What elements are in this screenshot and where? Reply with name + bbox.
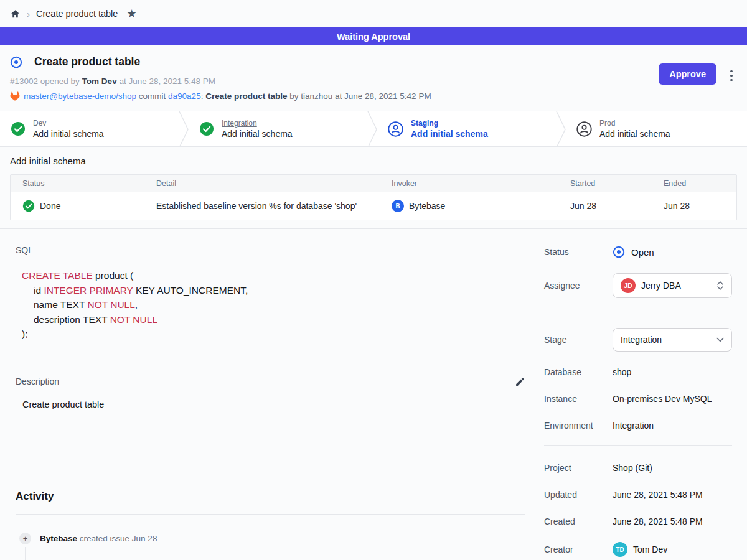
instance-value[interactable]: On-premises Dev MySQL	[613, 394, 712, 404]
bytebase-avatar: B	[392, 200, 404, 212]
person-circle-icon	[388, 121, 403, 137]
activity-timeline	[25, 547, 26, 560]
breadcrumb-separator: ›	[27, 9, 30, 19]
status-banner: Waiting Approval	[0, 27, 747, 45]
stage-env-label: Prod	[599, 119, 670, 128]
sql-code: CREATE TABLE product ( id INTEGER PRIMAR…	[16, 268, 525, 342]
environment-value: Integration	[613, 421, 654, 431]
status-value: Open	[613, 246, 654, 258]
issue-header: Create product table #13002 opened by To…	[0, 45, 747, 111]
task-table-header: Status Detail Invoker Started Ended	[11, 175, 736, 192]
stage-separator	[556, 111, 566, 147]
creator-label: Creator	[544, 544, 613, 554]
issue-sidebar: Status Open Assignee JD Jerry DBA Stage …	[533, 229, 747, 560]
assignee-avatar: JD	[621, 278, 636, 293]
task-table-row[interactable]: Done Established baseline version %s for…	[11, 192, 736, 220]
issue-meta: #13002 opened by Tom Dev at June 28, 202…	[10, 77, 737, 86]
issue-title: Create product table	[34, 55, 140, 68]
sql-label: SQL	[16, 245, 525, 255]
main-panel: SQL CREATE TABLE product ( id INTEGER PR…	[0, 229, 533, 560]
issue-author: Tom Dev	[82, 77, 117, 86]
task-heading: Add initial schema	[10, 156, 737, 166]
stage-task-label: Add initial schema	[33, 129, 104, 139]
database-value[interactable]: shop	[613, 367, 631, 377]
project-label: Project	[544, 463, 613, 473]
check-circle-icon	[11, 121, 26, 136]
assignee-label: Assignee	[544, 281, 613, 291]
database-label: Database	[544, 367, 613, 377]
plus-icon: +	[19, 533, 31, 544]
description-label: Description	[16, 376, 59, 386]
stage-task-label: Add initial schema	[411, 129, 488, 139]
activity-item: + Bytebase created issue Jun 28	[16, 533, 525, 544]
stage-separator	[179, 111, 189, 147]
stage-staging[interactable]: StagingAdd initial schema	[377, 111, 556, 146]
stage-env-label: Integration	[222, 119, 293, 128]
breadcrumb: › Create product table ★	[0, 0, 747, 27]
check-circle-icon	[22, 200, 35, 212]
activity-actor: Bytebase	[40, 534, 77, 543]
creator-value: TD Tom Dev	[613, 542, 667, 557]
stage-integration[interactable]: IntegrationAdd initial schema	[189, 111, 367, 146]
commit-hash-link[interactable]: da90a25	[168, 91, 201, 101]
stage-separator	[367, 111, 377, 147]
stage-select[interactable]: Integration	[613, 328, 732, 352]
task-status: Done	[40, 201, 60, 211]
description-text[interactable]: Create product table	[16, 399, 525, 409]
approve-button[interactable]: Approve	[659, 63, 716, 85]
stage-env-label: Dev	[33, 119, 104, 128]
created-value: June 28, 2021 5:48 PM	[613, 516, 703, 526]
instance-label: Instance	[544, 394, 613, 404]
check-circle-icon	[199, 121, 214, 136]
updown-chevron-icon	[716, 281, 724, 291]
task-invoker: Bytebase	[409, 201, 445, 211]
stage-env-label: Staging	[411, 119, 488, 128]
task-table: Status Detail Invoker Started Ended Done…	[10, 174, 737, 220]
activity-heading: Activity	[16, 490, 525, 503]
activity-action: created issue Jun 28	[80, 534, 157, 543]
stage-task-label: Add initial schema	[222, 129, 293, 139]
open-status-icon	[613, 246, 625, 258]
edit-pencil-icon[interactable]	[515, 376, 525, 387]
stage-task-label: Add initial schema	[599, 129, 670, 139]
status-banner-text: Waiting Approval	[337, 32, 410, 42]
assignee-select[interactable]: JD Jerry DBA	[613, 273, 732, 298]
commit-line: master@bytebase-demo/shop commit da90a25…	[10, 91, 737, 101]
stage-label: Stage	[544, 335, 613, 345]
task-ended: Jun 28	[652, 201, 736, 211]
more-menu-icon[interactable]	[730, 68, 733, 83]
commit-message: Create product table	[205, 91, 287, 101]
created-label: Created	[544, 516, 613, 526]
gitlab-icon	[10, 91, 20, 101]
person-circle-icon	[576, 121, 592, 137]
creator-avatar: TD	[613, 542, 627, 557]
commit-branch-link[interactable]: master@bytebase-demo/shop	[24, 91, 136, 101]
chevron-down-icon	[716, 337, 724, 342]
stage-prod[interactable]: ProdAdd initial schema	[566, 111, 745, 146]
star-icon[interactable]: ★	[126, 7, 136, 21]
status-label: Status	[544, 247, 613, 257]
environment-label: Environment	[544, 421, 613, 431]
home-icon[interactable]	[10, 9, 21, 19]
stage-pipeline: DevAdd initial schema IntegrationAdd ini…	[0, 111, 747, 147]
task-started: Jun 28	[558, 201, 652, 211]
updated-label: Updated	[544, 490, 613, 500]
updated-value: June 28, 2021 5:48 PM	[613, 490, 703, 500]
issue-open-icon	[10, 56, 22, 68]
task-section: Add initial schema Status Detail Invoker…	[0, 147, 747, 220]
stage-dev[interactable]: DevAdd initial schema	[0, 111, 179, 146]
task-detail: Established baseline version %s for data…	[144, 201, 380, 211]
project-value[interactable]: Shop (Git)	[613, 463, 652, 473]
breadcrumb-title[interactable]: Create product table	[36, 9, 118, 19]
